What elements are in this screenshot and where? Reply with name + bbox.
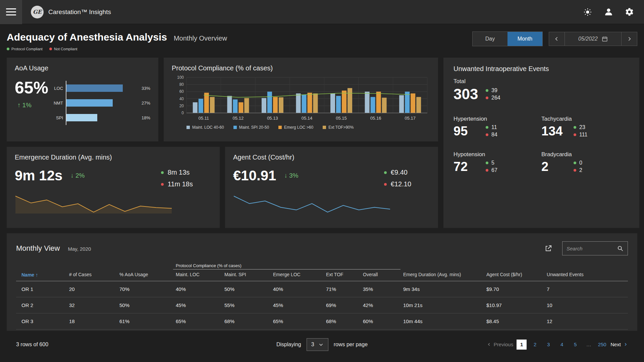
page-header: Adequacy of Anesthesia Analysis Monthly … [0, 24, 644, 58]
col-overall[interactable]: Overall [360, 269, 400, 281]
pagination-bar: 3 rows of 600 Displaying 3 rows per page… [7, 331, 637, 351]
chart-legend-ext-tof-90-: Ext TOF>90% [323, 125, 354, 130]
svg-text:20: 20 [179, 104, 184, 108]
prev-period-button[interactable] [549, 32, 565, 46]
date-picker[interactable]: 05/2022 [565, 32, 622, 46]
pagination: Previous 12345…250 Next [487, 340, 628, 350]
search-icon[interactable] [617, 245, 624, 252]
previous-page-button[interactable]: Previous [487, 342, 513, 347]
unwanted-events-card: Unwanted Intraoperative Events Total 303… [443, 58, 639, 228]
agent-cost-card: Agent Cost (Cost/hr) €10.91 ↓3% €9.40 €1… [225, 147, 438, 228]
search-input[interactable] [567, 246, 617, 251]
page-button-250[interactable]: 250 [597, 340, 607, 350]
page-subtitle: Monthly Overview [174, 35, 227, 42]
table-row-or-1[interactable]: OR 12070%40%50%40%71%35%9m 34s$9.707 [16, 281, 628, 297]
svg-text:80: 80 [179, 82, 184, 87]
col-emerge-loc[interactable]: Emerge LOC [270, 269, 323, 281]
rows-per-page-label: rows per page [334, 342, 368, 348]
emergence-sparkline [15, 193, 172, 214]
arrow-down-icon: ↓ [284, 172, 287, 179]
page-button-4[interactable]: 4 [557, 340, 567, 350]
tab-day[interactable]: Day [473, 32, 507, 46]
chevron-right-icon [626, 36, 633, 42]
svg-text:100: 100 [177, 75, 184, 80]
legend-protocol-compliant: Protocol Compliant [7, 47, 43, 51]
cost-delta: ↓3% [284, 172, 298, 179]
page-button-3[interactable]: 3 [543, 340, 553, 350]
events-total: Total 303 39 264 [453, 78, 629, 102]
svg-text:05.14: 05.14 [302, 116, 313, 121]
chart-legend-emerg-loc-60: Emerg LOC >60 [278, 125, 313, 130]
table-row-or-3[interactable]: OR 31861%65%68%65%68%60%10m 44s$8.4512 [16, 313, 628, 329]
protocol-compliance-chart: 02040608010005.1105.1205.1305.1405.1505.… [172, 74, 430, 124]
aoa-bar-spi: SPI18% [52, 110, 150, 125]
table-subtitle: May, 2020 [68, 246, 91, 252]
settings-button[interactable] [624, 7, 635, 17]
table-row-or-2[interactable]: OR 23250%45%55%45%69%42%10m 21s$10.9710 [16, 297, 628, 313]
col--aoa-usage[interactable]: % AoA Usage [117, 269, 173, 281]
search-box [562, 241, 628, 255]
events-grid: Hypertension951184Tachycardia13423111Hyp… [453, 116, 629, 173]
arrow-up-icon: ↑ [36, 272, 38, 278]
col--of-cases[interactable]: # of Cases [66, 269, 117, 281]
legend-dot-icon [49, 48, 52, 50]
displaying-label: Displaying [276, 342, 301, 348]
col-maint-loc[interactable]: Maint. LOC [173, 269, 222, 281]
aoa-card-title: AoA Usage [15, 64, 150, 72]
col-unwanted-events[interactable]: Unwanted Events [544, 269, 628, 281]
menu-button[interactable] [0, 0, 22, 24]
chart-legend-maint-loc-40-60: Maint. LOC 40-60 [186, 125, 224, 130]
export-button[interactable] [544, 245, 552, 252]
topbar-actions [582, 7, 635, 17]
page-button-5[interactable]: 5 [570, 340, 580, 350]
svg-text:0: 0 [181, 111, 184, 115]
calendar-icon [602, 36, 608, 42]
svg-text:05.11: 05.11 [198, 116, 209, 121]
events-total-value: 303 [453, 87, 486, 102]
event-bradycardia: Bradycardia202 [541, 151, 629, 173]
brightness-button[interactable] [582, 7, 593, 17]
gear-icon [625, 7, 634, 16]
col-agent-cost-hr-[interactable]: Agent Cost ($/hr) [484, 269, 544, 281]
event-hypertension: Hypertension951184 [453, 116, 541, 138]
sun-icon [584, 8, 592, 16]
topbar: GE Carestation™ Insights [0, 0, 644, 24]
not-compliant-stat: €12.10 [384, 180, 411, 188]
green-dot-icon [161, 171, 164, 174]
col-name[interactable]: Name ↑ [16, 269, 66, 281]
user-button[interactable] [603, 7, 614, 17]
svg-text:40: 40 [179, 97, 184, 101]
svg-text:05.17: 05.17 [405, 116, 416, 121]
green-dot-icon [384, 171, 387, 174]
green-dot-icon [486, 89, 488, 92]
protocol-card-title: Protocol Compliance (% of cases) [172, 64, 430, 72]
not-compliant-stat: 264 [486, 95, 500, 101]
svg-text:05.12: 05.12 [233, 116, 244, 121]
rows-per-page-select[interactable]: 3 [307, 338, 328, 351]
next-page-button[interactable]: Next [610, 342, 628, 347]
rows-per-page: Displaying 3 rows per page [276, 338, 368, 351]
table-title: Monthly View [16, 244, 60, 253]
col-ext-tof[interactable]: Ext TOF [323, 269, 360, 281]
brand: GE Carestation™ Insights [31, 6, 111, 18]
aoa-usage-card: AoA Usage 65% ↑1% LOC33%NMT27%SPI18% [7, 58, 158, 141]
col-maint-spi[interactable]: Maint. SPI [222, 269, 270, 281]
col-emerg-duration-avg-mins-[interactable]: Emerg Duration (Avg. mins) [400, 269, 484, 281]
aoa-delta: ↑1% [17, 102, 32, 109]
compliant-stat: 8m 13s [161, 169, 193, 176]
protocol-chart-legend: Maint. LOC 40-60Maint. SPI 20-50Emerg LO… [172, 125, 430, 130]
aoa-value: 65% [15, 79, 48, 96]
pagination-pages: 12345…250 [517, 340, 607, 350]
aoa-bar-loc: LOC33% [52, 81, 150, 96]
event-hypotension: Hypotension72567 [453, 151, 541, 173]
page-button-1[interactable]: 1 [517, 340, 527, 350]
emergence-card-title: Emergence Duration (Avg. mins) [15, 154, 212, 161]
external-link-icon [544, 245, 552, 252]
tab-month[interactable]: Month [507, 32, 542, 46]
page-title: Adequacy of Anesthesia Analysis [7, 32, 167, 43]
svg-text:05.15: 05.15 [336, 116, 347, 121]
page-button-2[interactable]: 2 [530, 340, 540, 350]
chart-legend-maint-spi-20-50: Maint. SPI 20-50 [233, 125, 269, 130]
next-period-button[interactable] [622, 32, 637, 46]
monthly-view-card: Monthly View May, 2020 Protocol Comp [7, 233, 637, 331]
